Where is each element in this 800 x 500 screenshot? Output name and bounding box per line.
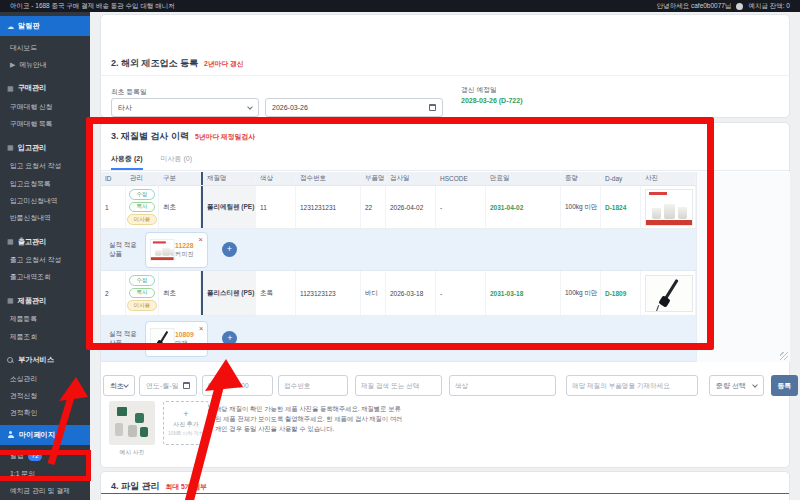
sidebar-item-menu-guide[interactable]: ▶메뉴안내 [0,56,90,73]
material-search-input[interactable] [355,375,442,396]
table-side-panel [696,172,790,362]
reg-date-input[interactable]: 2026-03-26 [265,98,443,117]
renew-note: 2년마다 갱신 [204,60,244,67]
example-photo-caption: 예시 사진 [109,448,155,457]
edit-button[interactable]: 수정 [129,275,154,286]
applied-products-label: 실적 적용 상품 [101,330,143,347]
type-select[interactable]: 최초 [103,375,135,396]
sidebar-item-product-register[interactable]: 제품등록 [0,311,90,328]
cell-material: 폴리에틸렌 (PE) [201,186,256,228]
sidebar-item-outbound-history[interactable]: 출고내역조회 [0,269,90,286]
product-photo-tool[interactable] [645,275,693,312]
greeting-text: 안녕하세요 cafe0b0077님 [657,2,732,11]
material-inspection-card: 3. 재질별 검사 이력5년마다 재정밀검사 사용중 (2) 미사용 (0) I… [100,122,790,468]
table-row: 2 수정 복사 미사용 최초 폴리스티렌 (PS) 초록 1123123123 … [101,271,696,316]
cell-part: 22 [361,186,386,228]
sidebar-item-notice-board[interactable]: ☁알림판 [0,16,90,36]
unused-button[interactable]: 미사용 [127,214,158,225]
cell-type: 최초 [159,271,201,315]
cell-expiry: 2031-03-18 [486,271,561,315]
date-input[interactable]: 연도-월-일 [139,375,197,396]
tab-bar: 사용중 (2) 미사용 (0) [111,154,192,170]
sidebar-section-product[interactable]: ▦제품관리 [0,291,90,311]
sidebar-item-inbound-unrequested[interactable]: 입고미신청내역 [0,192,90,209]
add-photo-dropzone[interactable]: + 사진 추가 10MB 이하 제한 [163,401,209,445]
sidebar-item-quote-request[interactable]: 견적신청 [0,387,90,404]
cell-test-date: 2026-03-18 [386,271,436,315]
cell-dday: D-1824 [601,186,641,228]
cell-photo [641,271,696,315]
cell-actions: 수정 복사 미사용 [126,271,159,315]
add-product-button[interactable]: + [222,242,237,257]
product-code: 10809 [175,330,194,339]
sidebar-item-sourcing[interactable]: 소싱관리 [0,370,90,387]
avatar[interactable] [736,3,743,10]
cell-color: 11 [256,186,296,228]
tab-unused[interactable]: 미사용 (0) [161,154,193,170]
copy-button[interactable]: 복사 [129,288,154,299]
table-row: 1 수정 복사 미사용 최초 폴리에틸렌 (PE) 11 1231231231 … [101,186,696,229]
grid-icon: ▦ [7,85,14,92]
unused-button[interactable]: 미사용 [127,300,158,311]
product-photo-cups[interactable] [645,189,693,226]
sidebar-item-inbound-form[interactable]: 입고 요청서 작성 [0,158,90,175]
sidebar-item-dashboard[interactable]: 대시보드 [0,39,90,56]
sidebar-item-inbound-request-list[interactable]: 입고요청목록 [0,175,90,192]
sidebar-item-deposit-payment[interactable]: 예치금 관리 및 결제 [0,482,90,499]
add-product-button[interactable]: + [222,331,237,346]
sidebar-section-inbound[interactable]: ▦입고관리 [0,138,90,158]
cell-weight: 100kg 미만 [561,186,601,228]
resize-grip[interactable] [780,352,788,360]
sidebar-item-purchase-request[interactable]: 구매대행 신청 [0,98,90,115]
applied-product-chip[interactable]: 10809 마개 × [145,321,208,357]
divider [101,75,789,76]
receipt-no-input[interactable] [278,375,348,396]
sidebar-item-mypage[interactable]: 마이페이지 [0,425,90,445]
cell-test-date: 2026-04-02 [386,186,436,228]
sidebar-section-purchase[interactable]: ▦구매관리 [0,78,90,98]
section4-title: 4. 파일 관리최대 5개 첨부 [111,480,207,493]
sidebar-section-outbound[interactable]: ▦출고관리 [0,232,90,252]
weight-select[interactable]: 중량 선택 [709,375,764,396]
first-reg-date-label: 최초 등록일 [111,87,147,97]
grid-icon: ▦ [7,238,14,245]
sidebar-item-purchase-list[interactable]: 구매대행 목록 [0,116,90,133]
play-icon: ▶ [10,61,15,68]
cell-photo [641,186,696,228]
applied-product-chip[interactable]: 11228 커피잔 × [145,232,208,268]
sidebar-item-alerts[interactable]: 알림72 [0,448,90,465]
remove-icon[interactable]: × [199,324,203,333]
part-name-input[interactable] [566,375,698,396]
code-input[interactable] [202,375,273,396]
sidebar-item-inquiry[interactable]: 1:1 문의 [0,465,90,482]
sidebar-item-return-request[interactable]: 반품신청내역 [0,209,90,226]
remove-icon[interactable]: × [199,235,203,244]
app-window: 아이코 - 1688 중국 구매 결제 배송 통관 수입 대행 매니저 안녕하세… [0,0,800,500]
overseas-manufacturer-card: 2. 해외 제조업소 등록2년마다 갱신 최초 등록일 타사 2026-03-2… [100,14,790,118]
company-select[interactable]: 타사 [111,98,259,117]
cloud-icon: ☁ [7,23,14,30]
cell-id: 1 [101,186,126,228]
sidebar-item-quote-confirm[interactable]: 견적확인 [0,405,90,422]
sidebar-item-outbound-form[interactable]: 출고 요청서 작성 [0,252,90,269]
file-management-card: 4. 파일 관리최대 5개 첨부 [100,471,790,500]
copy-button[interactable]: 복사 [129,202,154,213]
sidebar-section-extra-services[interactable]: 부가서비스 [0,350,90,370]
grid-icon: ▦ [7,144,14,151]
register-button[interactable]: 등록 [771,375,798,396]
color-input[interactable] [449,375,556,396]
photo-guide-text: 해당 재질이 확인 가능한 제품 사진을 등록해주세요. 재질별로 분류된 제품… [215,404,407,433]
edit-button[interactable]: 수정 [129,189,154,200]
tab-in-use[interactable]: 사용중 (2) [111,154,143,170]
cell-color: 초록 [256,271,296,315]
divider [101,493,789,494]
sidebar-item-product-search[interactable]: 제품조회 [0,328,90,345]
deposit-balance: 예치금 잔액: 0 [748,2,790,11]
chip-thumbnail-cups [150,239,174,261]
inspection-note: 5년마다 재정밀검사 [195,133,255,140]
topbar: 아이코 - 1688 중국 구매 결제 배송 통관 수입 대행 매니저 안녕하세… [0,0,800,12]
chevron-down-icon [123,382,129,388]
file-limit-note: 최대 5개 첨부 [166,483,208,490]
cell-type: 최초 [159,186,201,228]
chip-thumbnail-tool [150,328,174,350]
